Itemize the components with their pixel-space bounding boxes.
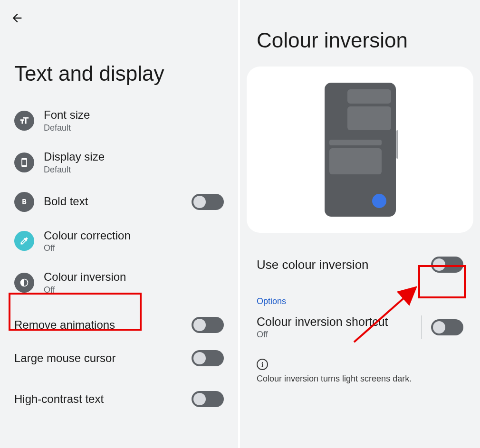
display-size-label: Display size <box>44 150 224 164</box>
large-mouse-cursor-label: Large mouse cursor <box>14 352 192 365</box>
divider <box>421 315 422 339</box>
text-size-icon <box>14 111 34 131</box>
text-and-display-screen: Text and display Font size Default Displ… <box>0 0 240 448</box>
high-contrast-text-toggle[interactable] <box>192 391 224 407</box>
use-colour-inversion-toggle[interactable] <box>431 257 463 273</box>
colour-inversion-sub: Off <box>44 285 224 295</box>
display-size-row[interactable]: Display size Default <box>0 142 238 183</box>
colour-inversion-label: Colour inversion <box>44 270 224 284</box>
use-colour-inversion-label: Use colour inversion <box>257 257 431 272</box>
shortcut-toggle[interactable] <box>431 319 463 335</box>
colour-inversion-screen: Colour inversion Use colour inversion Op… <box>240 0 480 448</box>
large-mouse-cursor-row[interactable]: Large mouse cursor <box>0 338 238 379</box>
info-text: Colour inversion turns light screens dar… <box>240 374 480 384</box>
font-size-label: Font size <box>44 108 224 122</box>
font-size-row[interactable]: Font size Default <box>0 100 238 142</box>
eyedropper-icon <box>14 231 34 251</box>
page-title: Colour inversion <box>257 29 480 52</box>
remove-animations-toggle[interactable] <box>192 317 224 333</box>
shortcut-sub: Off <box>257 330 412 340</box>
large-mouse-cursor-toggle[interactable] <box>192 350 224 366</box>
high-contrast-text-row[interactable]: High-contrast text <box>0 379 238 419</box>
phone-icon <box>14 153 34 172</box>
colour-correction-sub: Off <box>44 243 224 253</box>
info-icon: i <box>257 359 268 370</box>
colour-correction-label: Colour correction <box>44 229 224 243</box>
colour-inversion-row[interactable]: Colour inversion Off <box>0 262 238 304</box>
invert-colours-icon <box>14 273 34 293</box>
high-contrast-text-label: High-contrast text <box>14 392 192 406</box>
page-title: Text and display <box>14 62 238 86</box>
bold-text-row[interactable]: Bold text <box>0 183 238 220</box>
phone-preview-icon <box>325 83 396 217</box>
preview-card <box>247 67 473 233</box>
bold-icon <box>14 192 34 212</box>
remove-animations-row[interactable]: Remove animations <box>0 304 238 338</box>
bold-text-toggle[interactable] <box>192 194 224 210</box>
back-button[interactable] <box>10 11 24 25</box>
display-size-sub: Default <box>44 165 224 175</box>
shortcut-row[interactable]: Colour inversion shortcut Off <box>240 310 480 349</box>
remove-animations-label: Remove animations <box>14 318 192 332</box>
use-colour-inversion-row[interactable]: Use colour inversion <box>240 233 480 282</box>
colour-correction-row[interactable]: Colour correction Off <box>0 220 238 262</box>
font-size-sub: Default <box>44 123 224 133</box>
shortcut-label: Colour inversion shortcut <box>257 315 412 329</box>
options-header: Options <box>240 282 480 310</box>
bold-text-label: Bold text <box>44 195 192 209</box>
